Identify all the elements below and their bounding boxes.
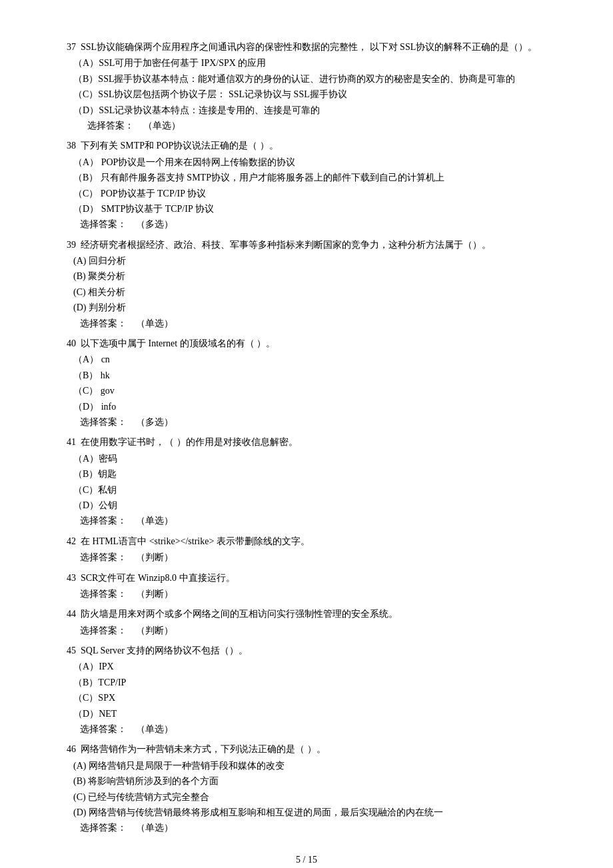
q40-option-a: （A） cn (73, 352, 546, 367)
q43-answer: 选择答案： （判断） (80, 587, 546, 602)
page-footer: 5 / 15 (0, 853, 613, 867)
q45-option-c: （C）SPX (73, 691, 546, 705)
q44-text: 44 防火墙是用来对两个或多个网络之间的互相访问实行强制性管理的安全系统。 (67, 607, 546, 622)
q44-answer: 选择答案： （判断） (80, 624, 546, 638)
q38-option-d: （D） SMTP协议基于 TCP/IP 协议 (73, 202, 546, 217)
q42-answer: 选择答案： （判断） (80, 550, 546, 565)
q37-answer: 选择答案： （单选） (80, 119, 546, 133)
q43-text: 43 SCR文件可在 Winzip8.0 中直接运行。 (67, 571, 546, 586)
q38-option-c: （C） POP协议基于 TCP/IP 协议 (73, 187, 546, 201)
q39-option-c: (C) 相关分析 (73, 285, 546, 300)
question-42: 42 在 HTML语言中 <strike></strike> 表示带删除线的文字… (67, 534, 546, 566)
q41-answer: 选择答案： （单选） (80, 514, 546, 528)
q41-option-a: （A）密码 (73, 452, 546, 466)
q39-option-d: (D) 判别分析 (73, 300, 546, 315)
q38-text: 38 下列有关 SMTP和 POP协议说法正确的是（ ）。 (67, 139, 546, 153)
q37-option-b: （B）SSL握手协议基本特点：能对通信双方的身份的认证、进行协商的双方的秘密是安… (73, 72, 546, 87)
q42-text: 42 在 HTML语言中 <strike></strike> 表示带删除线的文字… (67, 534, 546, 549)
q41-option-c: （C）私钥 (73, 483, 546, 498)
q46-answer: 选择答案： （单选） (80, 821, 546, 835)
q40-text: 40 以下选项中属于 Internet 的顶级域名的有（ ）。 (67, 336, 546, 351)
q39-text: 39 经济研究者根据经济、政治、科技、军事等多种指标来判断国家的竞争力，这种分析… (67, 238, 546, 252)
q40-answer: 选择答案： （多选） (80, 415, 546, 430)
page: 37 SSL协议能确保两个应用程序之间通讯内容的保密性和数据的完整性， 以下对 … (0, 0, 613, 868)
page-number: 5 / 15 (296, 855, 317, 865)
question-46: 46 网络营销作为一种营销未来方式，下列说法正确的是（ ）。 (A) 网络营销只… (67, 742, 546, 835)
q37-text: 37 SSL协议能确保两个应用程序之间通讯内容的保密性和数据的完整性， 以下对 … (67, 40, 546, 55)
q37-option-d: （D）SSL记录协议基本特点：连接是专用的、连接是可靠的 (73, 103, 546, 118)
q39-answer: 选择答案： （单选） (80, 316, 546, 331)
q46-option-b: (B) 将影响营销所涉及到的各个方面 (73, 774, 546, 789)
q38-answer: 选择答案： （多选） (80, 217, 546, 232)
q45-answer: 选择答案： （单选） (80, 722, 546, 737)
question-39: 39 经济研究者根据经济、政治、科技、军事等多种指标来判断国家的竞争力，这种分析… (67, 238, 546, 331)
q41-text: 41 在使用数字证书时，（ ）的作用是对接收信息解密。 (67, 435, 546, 450)
q38-option-b: （B） 只有邮件服务器支持 SMTP协议，用户才能将服务器上的邮件下载到自己的计… (73, 171, 546, 185)
q37-option-a: （A）SSL可用于加密任何基于 IPX/SPX 的应用 (73, 56, 546, 71)
q37-option-c: （C）SSL协议层包括两个协议子层： SSL记录协议与 SSL握手协议 (73, 87, 546, 102)
q46-option-a: (A) 网络营销只是局限于一种营销手段和媒体的改变 (73, 759, 546, 773)
q41-option-d: （D）公钥 (73, 498, 546, 513)
question-38: 38 下列有关 SMTP和 POP协议说法正确的是（ ）。 （A） POP协议是… (67, 139, 546, 232)
question-43: 43 SCR文件可在 Winzip8.0 中直接运行。 选择答案： （判断） (67, 571, 546, 602)
question-37: 37 SSL协议能确保两个应用程序之间通讯内容的保密性和数据的完整性， 以下对 … (67, 40, 546, 133)
question-40: 40 以下选项中属于 Internet 的顶级域名的有（ ）。 （A） cn （… (67, 336, 546, 430)
q39-option-a: (A) 回归分析 (73, 254, 546, 268)
q40-option-d: （D） info (73, 400, 546, 414)
question-41: 41 在使用数字证书时，（ ）的作用是对接收信息解密。 （A）密码 （B）钥匙 … (67, 435, 546, 528)
q46-option-d: (D) 网络营销与传统营销最终将形成相互影响和相互促进的局面，最后实现融洽的内在… (73, 805, 546, 820)
q45-text: 45 SQL Server 支持的网络协议不包括（）。 (67, 644, 546, 658)
q46-option-c: (C) 已经与传统营销方式完全整合 (73, 790, 546, 805)
q40-option-c: （C） gov (73, 384, 546, 398)
q39-option-b: (B) 聚类分析 (73, 269, 546, 284)
q40-option-b: （B） hk (73, 368, 546, 383)
q38-option-a: （A） POP协议是一个用来在因特网上传输数据的协议 (73, 155, 546, 170)
q45-option-b: （B）TCP/IP (73, 675, 546, 690)
q45-option-a: （A）IPX (73, 659, 546, 674)
q41-option-b: （B）钥匙 (73, 467, 546, 482)
q46-text: 46 网络营销作为一种营销未来方式，下列说法正确的是（ ）。 (67, 742, 546, 757)
question-44: 44 防火墙是用来对两个或多个网络之间的互相访问实行强制性管理的安全系统。 选择… (67, 607, 546, 638)
q45-option-d: （D）NET (73, 707, 546, 721)
question-45: 45 SQL Server 支持的网络协议不包括（）。 （A）IPX （B）TC… (67, 644, 546, 737)
